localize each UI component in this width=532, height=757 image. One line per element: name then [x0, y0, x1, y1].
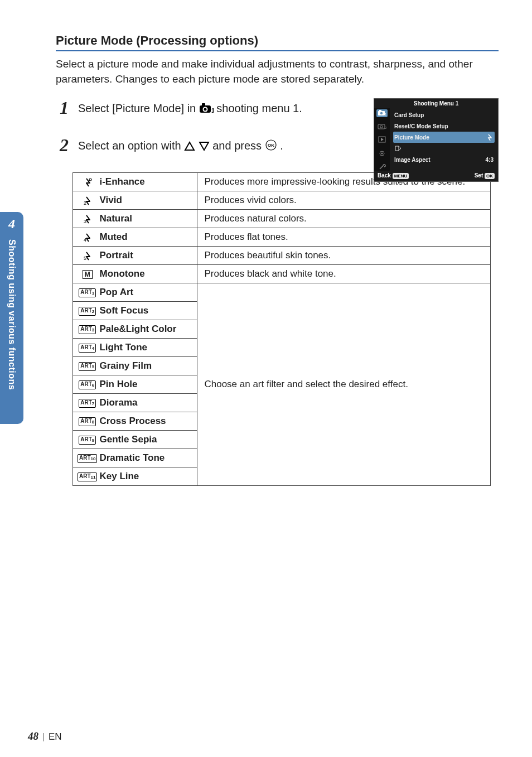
- svg-text:2: 2: [84, 200, 86, 206]
- svg-marker-22: [381, 138, 384, 141]
- section-heading: Picture Mode (Processing options): [56, 33, 499, 51]
- mode-icon: ART5: [73, 357, 98, 375]
- mode-name: Natural: [97, 210, 197, 228]
- mode-desc: Produces black and white tone.: [197, 265, 491, 283]
- mode-icon: 2: [73, 191, 98, 210]
- mode-name: Diorama: [97, 394, 197, 412]
- mode-icon: ART7: [73, 394, 98, 412]
- mode-desc: Produces flat tones.: [197, 228, 491, 247]
- art-icon: ART10: [78, 454, 97, 463]
- table-row: M Monotone Produces black and white tone…: [73, 265, 491, 283]
- lcd-row-card-setup[interactable]: Card Setup: [393, 109, 495, 120]
- art-icon: ART1: [79, 288, 96, 297]
- lcd-tab-setup[interactable]: [376, 163, 388, 171]
- step-2-text: Select an option with and press OK .: [78, 138, 283, 153]
- table-row: 4 Muted Produces flat tones.: [73, 228, 491, 247]
- lcd-footer: Back MENU Set OK: [374, 171, 498, 180]
- up-triangle-icon: [184, 141, 195, 151]
- mode-name: Light Tone: [97, 339, 197, 357]
- svg-point-24: [381, 153, 383, 155]
- svg-rect-18: [378, 124, 385, 129]
- table-row: 5 Portrait Produces beautiful skin tones…: [73, 247, 491, 265]
- gear-icon: [378, 150, 386, 157]
- art-icon: ART5: [79, 362, 96, 371]
- lcd-tab-shoot1[interactable]: 1: [376, 109, 388, 117]
- step-2-number: 2: [56, 135, 72, 156]
- table-row: 3 Natural Produces natural colors.: [73, 210, 491, 228]
- table-row: ART1 Pop Art Choose an art filter and se…: [73, 283, 491, 302]
- camera-icon: 2: [378, 123, 386, 129]
- lcd-title: Shooting Menu 1: [374, 99, 498, 108]
- mode-icon: [73, 173, 98, 191]
- art-icon: ART4: [79, 344, 96, 353]
- lcd-row-quality[interactable]: [393, 143, 495, 154]
- svg-text:3: 3: [84, 219, 86, 224]
- svg-rect-15: [379, 110, 381, 112]
- mode-icon: M: [73, 265, 98, 283]
- mode-icon: 3: [73, 210, 98, 228]
- mode-desc: Produces vivid colors.: [197, 191, 491, 210]
- mode-name: i-Enhance: [97, 173, 197, 191]
- quality-icon: [394, 145, 402, 152]
- art-icon: ART9: [79, 436, 96, 445]
- page-lang: EN: [49, 731, 62, 742]
- picture-icon: [486, 134, 494, 141]
- down-triangle-icon: [199, 141, 210, 151]
- mode-icon: ART4: [73, 339, 98, 357]
- mode-icon: 4: [73, 228, 98, 247]
- mode-icon: ART2: [73, 302, 98, 320]
- page-number: 48: [28, 730, 38, 742]
- mode-icon: 5: [73, 247, 98, 265]
- lcd-row-image-aspect[interactable]: Image Aspect4:3: [393, 154, 495, 165]
- camera-1-icon: 1: [199, 103, 214, 114]
- mode-icon: ART1: [73, 283, 98, 302]
- art-icon: ART6: [79, 380, 96, 389]
- table-row: 2 Vivid Produces vivid colors.: [73, 191, 491, 210]
- svg-text:1: 1: [385, 113, 386, 116]
- picture-icon: [82, 177, 93, 187]
- mode-name: Soft Focus: [97, 302, 197, 320]
- step-1-number: 1: [56, 98, 72, 118]
- svg-point-16: [380, 112, 383, 114]
- lcd-row-picture-mode[interactable]: Picture Mode: [393, 132, 495, 143]
- menu-button-hint: MENU: [393, 173, 409, 179]
- lcd-tab-shoot2[interactable]: 2: [376, 123, 388, 131]
- mode-icon: ART11: [73, 467, 98, 486]
- mode-desc: Produces natural colors.: [197, 210, 491, 228]
- camera-icon: 1: [378, 109, 386, 116]
- intro-text: Select a picture mode and make individua…: [56, 57, 499, 86]
- svg-point-19: [380, 126, 383, 128]
- svg-text:5: 5: [84, 255, 86, 261]
- svg-point-9: [89, 179, 91, 181]
- svg-marker-6: [200, 142, 209, 150]
- lcd-tab-gear[interactable]: [376, 150, 388, 157]
- lcd-menu-list: Card Setup Reset/C Mode Setup Picture Mo…: [390, 108, 498, 171]
- mode-icon: ART10: [73, 449, 98, 467]
- art-icon: ART7: [79, 399, 96, 408]
- mode-name: Dramatic Tone: [97, 449, 197, 467]
- mode-icon: ART9: [73, 431, 98, 449]
- svg-text:1: 1: [211, 107, 214, 114]
- step-1-text: Select [Picture Mode] in 1 shooting menu…: [78, 100, 302, 116]
- mode-icon: ART6: [73, 375, 98, 394]
- monotone-icon: M: [83, 270, 93, 279]
- mode-name: Gentle Sepia: [97, 431, 197, 449]
- svg-marker-5: [185, 142, 194, 150]
- lcd-tab-strip: 1 2: [374, 108, 390, 171]
- picture-icon: 4: [82, 233, 93, 243]
- mode-name: Pop Art: [97, 283, 197, 302]
- picture-icon: 5: [82, 251, 93, 261]
- mode-name: Pale&Light Color: [97, 320, 197, 339]
- art-icon: ART2: [79, 307, 96, 316]
- svg-marker-25: [395, 146, 401, 151]
- lcd-row-reset[interactable]: Reset/C Mode Setup: [393, 120, 495, 132]
- art-desc: Choose an art filter and select the desi…: [197, 283, 491, 486]
- lcd-tab-play[interactable]: [376, 136, 388, 144]
- wrench-icon: [378, 163, 386, 171]
- lcd-preview: Shooting Menu 1 1 2 Card Setup Reset/C M…: [374, 98, 499, 182]
- mode-name: Monotone: [97, 265, 197, 283]
- svg-rect-1: [202, 103, 205, 106]
- picture-icon: 2: [82, 196, 93, 206]
- art-icon: ART3: [79, 325, 96, 334]
- art-icon: ART11: [78, 472, 97, 481]
